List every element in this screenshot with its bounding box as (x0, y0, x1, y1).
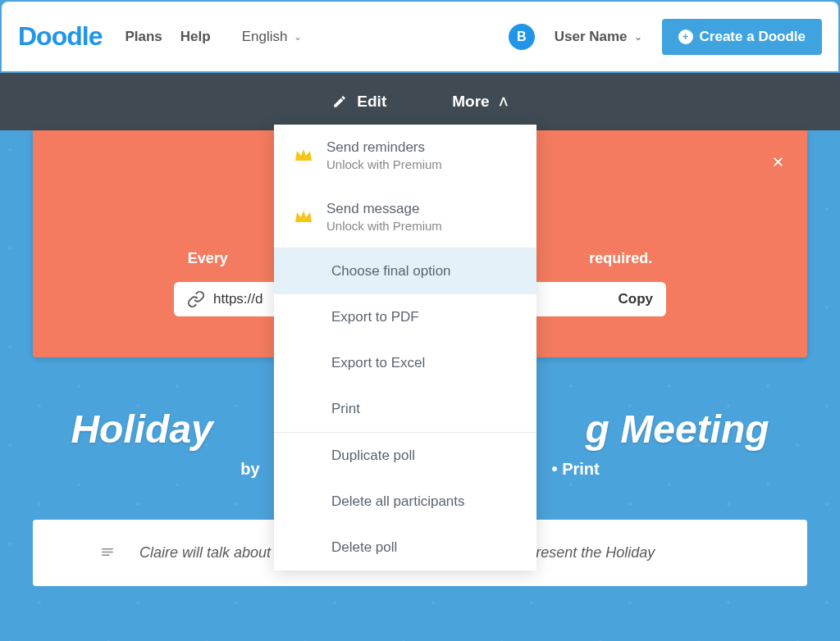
nav-help[interactable]: Help (180, 29, 211, 45)
share-text-right: required. (589, 250, 652, 266)
crown-icon (294, 209, 313, 225)
plus-icon: + (678, 30, 693, 44)
menu-delete-poll[interactable]: Delete poll (274, 525, 536, 571)
avatar[interactable]: B (509, 24, 535, 50)
more-button[interactable]: More ᐱ (452, 93, 507, 111)
menu-label: Export to Excel (331, 355, 425, 371)
menu-subtitle: Unlock with Premium (326, 157, 442, 171)
menu-title: Send message (326, 201, 442, 217)
user-menu[interactable]: User Name ⌄ (555, 29, 642, 45)
menu-send-message[interactable]: Send message Unlock with Premium (274, 186, 536, 248)
edit-button[interactable]: Edit (332, 93, 386, 111)
menu-print[interactable]: Print (274, 386, 536, 432)
menu-item-text: Send message Unlock with Premium (326, 201, 442, 233)
menu-label: Delete all participants (331, 493, 465, 510)
header-right: B User Name ⌄ + Create a Doodle (509, 19, 822, 55)
create-button-label: Create a Doodle (700, 29, 806, 45)
svg-rect-1 (102, 551, 113, 552)
menu-send-reminders[interactable]: Send reminders Unlock with Premium (274, 125, 536, 186)
svg-rect-0 (102, 548, 113, 550)
menu-label: Choose final option (331, 263, 451, 280)
link-icon (187, 290, 205, 308)
menu-label: Export to PDF (331, 309, 419, 325)
more-dropdown: Send reminders Unlock with Premium Send … (274, 125, 536, 571)
more-label: More (452, 93, 489, 111)
edit-label: Edit (357, 93, 386, 111)
poll-toolbar: Edit More ᐱ (0, 73, 840, 130)
copy-button[interactable]: Copy (619, 291, 654, 307)
menu-title: Send reminders (326, 139, 442, 156)
menu-delete-participants[interactable]: Delete all participants (274, 479, 536, 525)
chevron-up-icon: ᐱ (500, 95, 508, 108)
title-right: g Meeting (586, 407, 769, 451)
header: Doodle Plans Help English ⌄ B User Name … (2, 2, 838, 71)
menu-export-pdf[interactable]: Export to PDF (274, 294, 536, 340)
create-doodle-button[interactable]: + Create a Doodle (662, 19, 822, 55)
menu-label: Delete poll (331, 539, 397, 556)
menu-duplicate[interactable]: Duplicate poll (274, 433, 536, 479)
menu-export-excel[interactable]: Export to Excel (274, 340, 536, 386)
crown-icon (294, 148, 313, 164)
language-label: English (242, 29, 288, 45)
chevron-down-icon: ⌄ (294, 31, 302, 43)
menu-subtitle: Unlock with Premium (326, 219, 442, 233)
title-left: Holiday (71, 407, 212, 451)
byline-print[interactable]: • Print (552, 460, 600, 478)
byline-by: by (240, 460, 259, 478)
chevron-down-icon: ⌄ (634, 31, 642, 43)
pencil-icon (332, 94, 347, 109)
nav-plans[interactable]: Plans (125, 29, 162, 45)
close-icon[interactable]: ✕ (772, 153, 784, 171)
user-name-label: User Name (555, 29, 628, 45)
list-icon (98, 546, 116, 561)
menu-label: Print (331, 401, 360, 417)
language-select[interactable]: English ⌄ (242, 29, 303, 45)
menu-item-text: Send reminders Unlock with Premium (326, 139, 442, 171)
menu-label: Duplicate poll (331, 448, 415, 464)
logo[interactable]: Doodle (18, 21, 102, 52)
svg-rect-2 (102, 554, 109, 556)
menu-choose-final[interactable]: Choose final option (274, 248, 536, 294)
share-text-left: Every (188, 250, 228, 266)
